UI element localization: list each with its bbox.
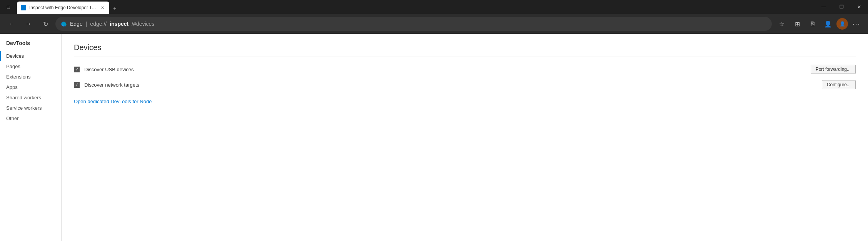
collections-icon: ⊞ xyxy=(795,20,800,28)
navbar-right: ☆ ⊞ ⎘ 👤 👤 ··· xyxy=(775,17,863,31)
close-icon: ✕ xyxy=(857,4,861,10)
port-forwarding-button[interactable]: Port forwarding... xyxy=(811,65,856,74)
sidebar-item-apps[interactable]: Apps xyxy=(0,82,61,92)
window-controls: — ❐ ✕ xyxy=(815,0,868,14)
tab-close-button[interactable]: ✕ xyxy=(99,5,105,11)
menu-button[interactable]: ··· xyxy=(850,17,863,31)
sidebar-item-pages[interactable]: Pages xyxy=(0,61,61,72)
sidebar-item-pages-label: Pages xyxy=(6,64,20,69)
share-button[interactable]: ⎘ xyxy=(806,17,820,31)
window-icon[interactable]: □ xyxy=(3,2,14,12)
tab-favicon xyxy=(21,5,26,10)
usb-devices-checkbox[interactable]: ✓ xyxy=(74,67,80,72)
edge-logo-icon xyxy=(60,20,67,27)
new-tab-button[interactable]: + xyxy=(109,3,120,14)
network-checkbox-check-icon: ✓ xyxy=(75,83,78,87)
avatar-icon: 👤 xyxy=(840,21,845,27)
sidebar-item-extensions-label: Extensions xyxy=(6,74,31,80)
refresh-icon: ↻ xyxy=(43,20,48,28)
page-title: Devices xyxy=(74,43,856,57)
titlebar: □ Inspect with Edge Developer Too ✕ + — … xyxy=(0,0,868,14)
navbar: ← → ↻ Edge | edge://inspect/#devices ☆ ⊞… xyxy=(0,14,868,34)
content-area: Devices ✓ Discover USB devices Port forw… xyxy=(62,34,868,241)
network-targets-checkbox[interactable]: ✓ xyxy=(74,82,80,88)
sidebar-item-shared-workers-label: Shared workers xyxy=(6,95,41,100)
address-text: edge:// xyxy=(90,21,107,27)
close-button[interactable]: ✕ xyxy=(850,0,868,14)
address-edge-label: Edge xyxy=(70,21,83,27)
minimize-icon: — xyxy=(821,4,826,10)
window-icon-symbol: □ xyxy=(7,4,10,10)
forward-button[interactable]: → xyxy=(22,17,35,31)
collections-button[interactable]: ⊞ xyxy=(790,17,804,31)
forward-icon: → xyxy=(25,20,32,27)
address-path: /#devices xyxy=(132,21,154,27)
sidebar-item-service-workers-label: Service workers xyxy=(6,105,42,111)
address-bar[interactable]: Edge | edge://inspect/#devices xyxy=(55,17,772,31)
active-tab[interactable]: Inspect with Edge Developer Too ✕ xyxy=(17,2,109,14)
favorites-button[interactable]: ☆ xyxy=(775,17,789,31)
user-avatar[interactable]: 👤 xyxy=(836,18,848,30)
back-button[interactable]: ← xyxy=(5,17,18,31)
sidebar-item-devices[interactable]: Devices xyxy=(0,51,61,61)
sidebar-item-shared-workers[interactable]: Shared workers xyxy=(0,92,61,103)
sidebar-title: DevTools xyxy=(0,40,61,51)
refresh-button[interactable]: ↻ xyxy=(38,17,52,31)
sidebar: DevTools Devices Pages Extensions Apps S… xyxy=(0,34,62,241)
tab-title: Inspect with Edge Developer Too xyxy=(29,5,96,10)
tab-area: Inspect with Edge Developer Too ✕ + xyxy=(17,0,815,14)
share-icon: ⎘ xyxy=(811,20,815,27)
menu-icon: ··· xyxy=(852,20,860,28)
sidebar-item-other[interactable]: Other xyxy=(0,113,61,124)
maximize-button[interactable]: ❐ xyxy=(833,0,850,14)
network-targets-label: Discover network targets xyxy=(84,82,817,88)
minimize-button[interactable]: — xyxy=(815,0,833,14)
profile-button[interactable]: 👤 xyxy=(821,17,835,31)
usb-devices-option: ✓ Discover USB devices Port forwarding..… xyxy=(74,65,856,74)
profile-icon: 👤 xyxy=(824,20,832,28)
devtools-node-link[interactable]: Open dedicated DevTools for Node xyxy=(74,99,152,104)
main-layout: DevTools Devices Pages Extensions Apps S… xyxy=(0,34,868,241)
sidebar-item-devices-label: Devices xyxy=(6,53,24,59)
configure-button[interactable]: Configure... xyxy=(822,80,856,89)
usb-checkbox-check-icon: ✓ xyxy=(75,67,78,72)
maximize-icon: ❐ xyxy=(840,4,844,10)
new-tab-icon: + xyxy=(113,5,116,12)
address-separator: | xyxy=(86,21,87,27)
sidebar-item-apps-label: Apps xyxy=(6,84,18,90)
back-icon: ← xyxy=(8,20,15,27)
network-targets-option: ✓ Discover network targets Configure... xyxy=(74,80,856,89)
address-bold: inspect xyxy=(110,21,129,27)
sidebar-item-extensions[interactable]: Extensions xyxy=(0,72,61,82)
favorites-icon: ☆ xyxy=(779,20,785,28)
sidebar-item-service-workers[interactable]: Service workers xyxy=(0,103,61,113)
usb-devices-label: Discover USB devices xyxy=(84,67,806,72)
titlebar-left: □ xyxy=(0,2,17,12)
sidebar-item-other-label: Other xyxy=(6,115,19,121)
